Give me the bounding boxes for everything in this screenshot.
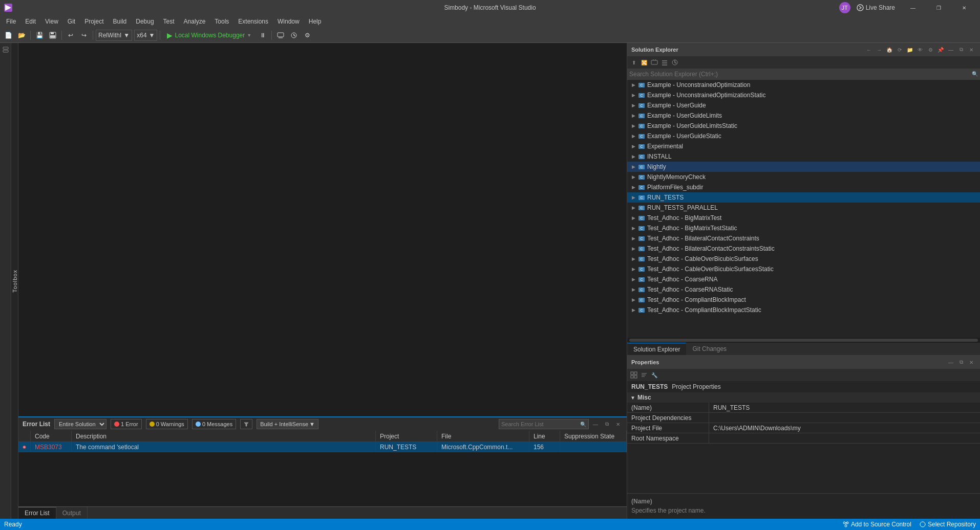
redo-btn[interactable]: ↪ [78, 29, 90, 41]
tree-item-4[interactable]: ▶ C Example - UserGuideLimitsStatic [627, 121, 980, 131]
new-project-btn[interactable]: 📄 [2, 29, 14, 41]
tree-item-17[interactable]: ▶ C Test_Adhoc - CableOverBicubicSurface… [627, 254, 980, 264]
prop-row-ns[interactable]: Root Namespace [627, 433, 980, 444]
tree-item-1[interactable]: ▶ C Example - UnconstrainedOptimizationS… [627, 90, 980, 100]
se-home-btn[interactable]: 🏠 [885, 45, 894, 54]
warning-count-button[interactable]: 0 Warnings [146, 419, 188, 429]
props-wrench-btn[interactable]: 🔧 [650, 370, 659, 380]
menu-test[interactable]: Test [159, 16, 179, 27]
tree-item-7[interactable]: ▶ C INSTALL [627, 151, 980, 162]
error-search-input[interactable] [501, 421, 578, 427]
se-search-input[interactable] [629, 71, 972, 78]
se-preview-btn[interactable]: 📌 [936, 45, 945, 54]
tree-item-9[interactable]: ▶ C NightlyMemoryCheck [627, 172, 980, 182]
tree-item-10[interactable]: ▶ C PlatformFiles_subdir [627, 182, 980, 192]
menu-debug[interactable]: Debug [132, 16, 158, 27]
props-sort-btn[interactable] [640, 370, 649, 380]
col-header-desc[interactable]: Description [72, 431, 376, 441]
props-grid-btn[interactable] [629, 370, 638, 380]
tree-item-8[interactable]: ▶ C Nightly [627, 162, 980, 172]
tree-item-12[interactable]: ▶ C RUN_TESTS_PARALLEL [627, 203, 980, 213]
se-settings-btn[interactable]: ⚙ [926, 45, 935, 54]
prop-row-deps[interactable]: Project Dependencies [627, 413, 980, 423]
restore-button[interactable]: ❐ [927, 0, 950, 15]
menu-git[interactable]: Git [63, 16, 79, 27]
sidebar-server-explorer[interactable] [1, 45, 10, 54]
menu-help[interactable]: Help [305, 16, 326, 27]
menu-tools[interactable]: Tools [210, 16, 233, 27]
menu-window[interactable]: Window [273, 16, 304, 27]
error-panel-close[interactable]: ✕ [613, 419, 623, 429]
props-close-btn[interactable]: ✕ [967, 358, 976, 367]
platform-dropdown[interactable]: x64 ▼ [134, 30, 157, 41]
tools-btn-1[interactable] [274, 29, 287, 41]
tree-item-20[interactable]: ▶ C Test_Adhoc - CoarseRNAStatic [627, 284, 980, 295]
status-ready[interactable]: Ready [4, 521, 22, 528]
toolbox-label[interactable]: Toolbox [12, 270, 18, 293]
tree-item-0[interactable]: ▶ C Example - UnconstrainedOptimization [627, 80, 980, 90]
se-collapse-all-btn[interactable] [660, 58, 669, 67]
minimize-button[interactable]: — [901, 0, 925, 15]
open-btn[interactable]: 📂 [15, 29, 28, 41]
col-header-project[interactable]: Project [376, 431, 437, 441]
se-tab-git-changes[interactable]: Git Changes [686, 343, 733, 355]
status-select-repository[interactable]: Select Repository [920, 521, 976, 528]
horiz-scrollbar[interactable] [627, 338, 980, 343]
prop-row-file[interactable]: Project File C:\Users\ADMIN\Downloads\my [627, 423, 980, 433]
se-show-all-btn[interactable]: 👁 [915, 45, 925, 54]
tree-item-13[interactable]: ▶ C Test_Adhoc - BigMatrixTest [627, 213, 980, 223]
tree-item-21[interactable]: ▶ C Test_Adhoc - CompliantBlockImpact [627, 295, 980, 305]
se-minimize-btn[interactable]: — [946, 45, 955, 54]
props-minimize-btn[interactable]: — [946, 358, 955, 367]
col-header-file[interactable]: File [437, 431, 529, 441]
error-panel-float[interactable]: ⧉ [602, 419, 611, 429]
col-header-code[interactable]: Code [31, 431, 72, 441]
code-editor[interactable] [18, 43, 627, 416]
tree-item-19[interactable]: ▶ C Test_Adhoc - CoarseRNA [627, 274, 980, 284]
tree-item-6[interactable]: ▶ C Experimental [627, 141, 980, 151]
tab-output[interactable]: Output [56, 507, 88, 519]
se-toolbar-btn-1[interactable]: ⬆ [629, 58, 638, 67]
prop-row-name[interactable]: (Name) RUN_TESTS [627, 403, 980, 413]
menu-project[interactable]: Project [80, 16, 108, 27]
se-forward-btn[interactable]: → [875, 45, 884, 54]
error-panel-minimize[interactable]: — [591, 419, 600, 429]
tree-item-16[interactable]: ▶ C Test_Adhoc - BilateralContactConstra… [627, 244, 980, 254]
tree-item-5[interactable]: ▶ C Example - UserGuideStatic [627, 131, 980, 141]
tree-item-14[interactable]: ▶ C Test_Adhoc - BigMatrixTestStatic [627, 223, 980, 233]
user-avatar[interactable]: JT [839, 2, 850, 13]
tools-btn-2[interactable] [288, 29, 300, 41]
toolbox-panel[interactable]: Toolbox [11, 43, 18, 519]
message-count-button[interactable]: 0 Messages [192, 419, 236, 429]
se-tab-solution-explorer[interactable]: Solution Explorer [627, 343, 686, 355]
status-add-source-control[interactable]: Add to Source Control [843, 521, 911, 528]
menu-extensions[interactable]: Extensions [234, 16, 272, 27]
menu-build[interactable]: Build [109, 16, 131, 27]
run-button[interactable]: ▶ Local Windows Debugger ▼ [163, 29, 255, 41]
se-close-btn[interactable]: ✕ [967, 45, 976, 54]
se-pending-btn[interactable] [670, 58, 679, 67]
se-toolbar-btn-2[interactable]: 🔀 [640, 58, 649, 67]
config-dropdown[interactable]: RelWithI ▼ [96, 30, 132, 41]
se-float-btn[interactable]: ⧉ [956, 45, 966, 54]
build-dropdown[interactable]: Build + IntelliSense ▼ [257, 419, 318, 429]
se-toolbar-btn-3[interactable] [650, 58, 659, 67]
col-header-suppress[interactable]: Suppression State [560, 431, 627, 441]
undo-btn[interactable]: ↩ [65, 29, 77, 41]
menu-file[interactable]: File [2, 16, 20, 27]
menu-edit[interactable]: Edit [21, 16, 40, 27]
error-count-button[interactable]: 1 Error [111, 419, 142, 429]
se-search-bar[interactable]: 🔍 [627, 69, 980, 80]
tab-error-list[interactable]: Error List [18, 507, 56, 519]
live-share-button[interactable]: Live Share [853, 2, 899, 14]
error-filter-btn[interactable] [240, 419, 252, 429]
menu-view[interactable]: View [41, 16, 62, 27]
tree-item-2[interactable]: ▶ C Example - UserGuide [627, 100, 980, 111]
error-row[interactable]: MSB3073 The command 'setlocal RUN_TESTS … [18, 442, 627, 452]
close-button[interactable]: ✕ [952, 0, 976, 15]
tree-item-3[interactable]: ▶ C Example - UserGuideLimits [627, 111, 980, 121]
se-back-btn[interactable]: ← [864, 45, 874, 54]
col-header-line[interactable]: Line [529, 431, 560, 441]
tree-item-11[interactable]: ▶ C RUN_TESTS [627, 192, 980, 203]
tree-item-22[interactable]: ▶ C Test_Adhoc - CompliantBlockImpactSta… [627, 305, 980, 315]
